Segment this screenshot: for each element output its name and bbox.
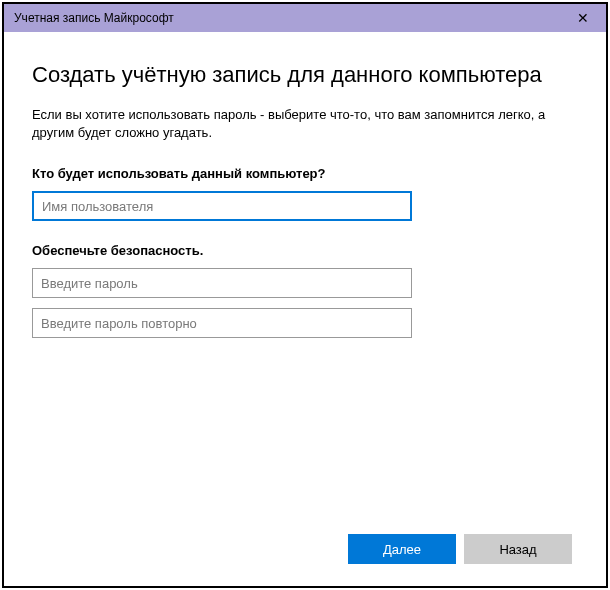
titlebar-title: Учетная запись Майкрософт (14, 11, 174, 25)
username-input[interactable] (32, 191, 412, 221)
username-label: Кто будет использовать данный компьютер? (32, 166, 578, 181)
titlebar: Учетная запись Майкрософт ✕ (4, 4, 606, 32)
page-title: Создать учётную запись для данного компь… (32, 62, 578, 88)
confirm-password-input[interactable] (32, 308, 412, 338)
dialog-content: Создать учётную запись для данного компь… (4, 32, 606, 586)
password-section-label: Обеспечьте безопасность. (32, 243, 578, 258)
password-group: Обеспечьте безопасность. (32, 243, 578, 338)
close-button[interactable]: ✕ (568, 8, 598, 28)
back-button[interactable]: Назад (464, 534, 572, 564)
dialog-window: Учетная запись Майкрософт ✕ Создать учёт… (2, 2, 608, 588)
page-description: Если вы хотите использовать пароль - выб… (32, 106, 578, 142)
close-icon: ✕ (577, 10, 589, 26)
next-button[interactable]: Далее (348, 534, 456, 564)
password-input[interactable] (32, 268, 412, 298)
username-group: Кто будет использовать данный компьютер? (32, 166, 578, 221)
button-row: Далее Назад (32, 534, 578, 564)
